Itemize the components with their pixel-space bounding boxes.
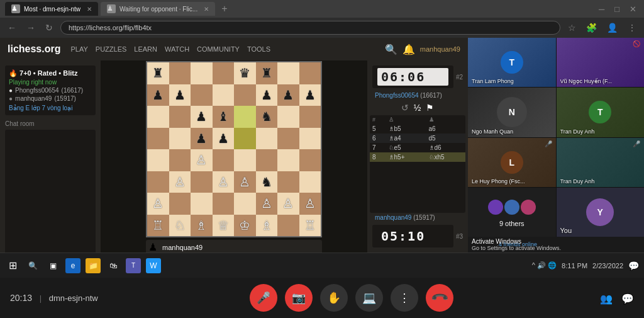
edge-icon[interactable]: e bbox=[65, 258, 80, 273]
tab-active[interactable]: ♟ Most · dmn-esjn-ntw ✕ bbox=[5, 2, 98, 16]
lichess-logo[interactable]: lichess.org bbox=[8, 43, 60, 55]
chess-cell[interactable] bbox=[213, 84, 235, 106]
chess-cell[interactable] bbox=[169, 193, 191, 215]
chess-cell[interactable]: ♟ bbox=[191, 128, 213, 150]
chess-cell[interactable]: ♟ bbox=[256, 84, 278, 106]
chess-cell[interactable]: ♟ bbox=[299, 84, 321, 106]
move-white[interactable]: ♗a4 bbox=[386, 133, 426, 143]
chess-cell[interactable]: ♙ bbox=[277, 193, 299, 215]
search-taskbar[interactable]: 🔍 bbox=[25, 258, 40, 273]
chess-cell[interactable] bbox=[256, 128, 278, 150]
extensions-icon[interactable]: 🧩 bbox=[584, 21, 599, 34]
chess-cell[interactable] bbox=[213, 149, 235, 171]
move-row[interactable]: 8 ♗h5+ ♘xh5 bbox=[370, 152, 465, 162]
chat-icon[interactable]: 💬 bbox=[621, 293, 634, 304]
move-white[interactable]: ♘e5 bbox=[386, 143, 426, 152]
chess-cell[interactable] bbox=[277, 128, 299, 150]
chess-cell[interactable]: ♙ bbox=[213, 171, 235, 193]
chess-cell[interactable] bbox=[277, 106, 299, 128]
app-icon[interactable]: W bbox=[146, 258, 161, 273]
chess-cell[interactable] bbox=[191, 84, 213, 106]
nav-community[interactable]: COMMUNITY bbox=[197, 45, 240, 53]
chess-cell[interactable]: ♟ bbox=[213, 128, 235, 150]
half-point-button[interactable]: ½ bbox=[414, 103, 421, 113]
move-row[interactable]: 5 ♗b5 a6 bbox=[370, 124, 465, 133]
tab-inactive[interactable]: ♟ Waiting for opponent · Flic... ✕ bbox=[101, 2, 215, 16]
chess-cell[interactable] bbox=[277, 149, 299, 171]
notifications-icon[interactable]: 💬 bbox=[628, 261, 639, 271]
url-input[interactable] bbox=[60, 21, 560, 35]
task-view[interactable]: ▣ bbox=[45, 258, 60, 273]
chess-cell[interactable]: ♗ bbox=[191, 215, 213, 237]
profile-icon[interactable]: 👤 bbox=[604, 21, 620, 34]
chess-cell[interactable]: ♖ bbox=[147, 215, 169, 237]
chess-cell[interactable]: ♕ bbox=[213, 215, 235, 237]
move-black[interactable]: a6 bbox=[426, 124, 465, 133]
chess-cell[interactable] bbox=[234, 149, 256, 171]
chess-cell[interactable] bbox=[277, 171, 299, 193]
chess-board[interactable]: ♜♛♜♟♟♟♟♟♟♝♞♟♟♙♙♙♙♞♙♙♙♙♖♘♗♕♔♗♖ bbox=[146, 61, 322, 237]
chat-area[interactable] bbox=[5, 130, 96, 253]
chess-cell[interactable]: ♛ bbox=[234, 62, 256, 84]
move-black[interactable]: ♘xh5 bbox=[426, 152, 465, 162]
mute-button[interactable]: 🎤 bbox=[250, 284, 277, 312]
user-badge[interactable]: manhquan49 bbox=[420, 45, 460, 53]
minimize-button[interactable]: ─ bbox=[596, 3, 607, 15]
chess-cell[interactable] bbox=[213, 62, 235, 84]
system-tray[interactable]: ^ 🔊 🌐 bbox=[532, 261, 557, 270]
chess-cell[interactable] bbox=[299, 106, 321, 128]
chess-cell[interactable] bbox=[147, 128, 169, 150]
chess-cell[interactable]: ♟ bbox=[191, 106, 213, 128]
chess-cell[interactable] bbox=[191, 171, 213, 193]
chess-cell[interactable]: ♙ bbox=[147, 193, 169, 215]
chess-cell[interactable] bbox=[191, 62, 213, 84]
chess-cell[interactable] bbox=[147, 149, 169, 171]
chess-cell[interactable] bbox=[191, 193, 213, 215]
people-icon[interactable]: 👥 bbox=[600, 293, 613, 304]
notification-icon[interactable]: 🔔 bbox=[402, 43, 415, 55]
tab-close-2[interactable]: ✕ bbox=[204, 6, 209, 13]
chess-cell[interactable] bbox=[299, 62, 321, 84]
move-white[interactable]: ♗b5 bbox=[386, 124, 426, 133]
chess-cell[interactable] bbox=[234, 84, 256, 106]
chess-cell[interactable]: ♞ bbox=[256, 171, 278, 193]
chess-cell[interactable] bbox=[277, 62, 299, 84]
chess-cell[interactable]: ♗ bbox=[256, 215, 278, 237]
new-tab-button[interactable]: + bbox=[218, 3, 231, 14]
start-button[interactable]: ⊞ bbox=[5, 258, 20, 273]
file-explorer[interactable]: 📁 bbox=[86, 258, 101, 273]
chess-cell[interactable] bbox=[299, 128, 321, 150]
search-icon[interactable]: 🔍 bbox=[385, 43, 397, 55]
chess-cell[interactable] bbox=[256, 149, 278, 171]
tournament-link[interactable]: Bảng E lớp 7 vòng loại bbox=[9, 105, 92, 111]
bookmark-icon[interactable]: ☆ bbox=[565, 21, 579, 34]
move-row[interactable]: 6 ♗a4 d5 bbox=[370, 133, 465, 143]
video-button[interactable]: 📷 bbox=[285, 284, 313, 312]
store-icon[interactable]: 🛍 bbox=[106, 258, 121, 273]
chess-cell[interactable] bbox=[147, 171, 169, 193]
share-screen-button[interactable]: 💻 bbox=[355, 284, 383, 312]
chess-cell[interactable] bbox=[169, 106, 191, 128]
nav-watch[interactable]: WATCH bbox=[165, 45, 189, 53]
chess-cell[interactable]: ♖ bbox=[299, 215, 321, 237]
chess-cell[interactable] bbox=[299, 171, 321, 193]
chess-cell[interactable] bbox=[169, 149, 191, 171]
nav-puzzles[interactable]: PUZZLES bbox=[96, 45, 127, 53]
chess-cell[interactable]: ♜ bbox=[147, 62, 169, 84]
chess-cell[interactable]: ♟ bbox=[277, 84, 299, 106]
reload-button[interactable]: ↻ bbox=[43, 21, 55, 34]
more-options-button[interactable]: ⋮ bbox=[391, 284, 418, 312]
chess-cell[interactable] bbox=[277, 215, 299, 237]
chess-cell[interactable] bbox=[169, 128, 191, 150]
chess-cell[interactable] bbox=[234, 128, 256, 150]
flag-button[interactable]: ⚑ bbox=[426, 103, 434, 113]
chess-cell[interactable]: ♙ bbox=[256, 193, 278, 215]
teams-icon[interactable]: T bbox=[126, 258, 141, 273]
chess-cell[interactable]: ♙ bbox=[234, 171, 256, 193]
nav-play[interactable]: PLAY bbox=[70, 45, 87, 53]
move-black[interactable]: ♗d6 bbox=[426, 143, 465, 152]
chess-cell[interactable]: ♙ bbox=[299, 193, 321, 215]
chess-cell[interactable]: ♜ bbox=[256, 62, 278, 84]
tab-close-1[interactable]: ✕ bbox=[87, 6, 92, 13]
move-row[interactable]: 7 ♘e5 ♗d6 bbox=[370, 143, 465, 152]
